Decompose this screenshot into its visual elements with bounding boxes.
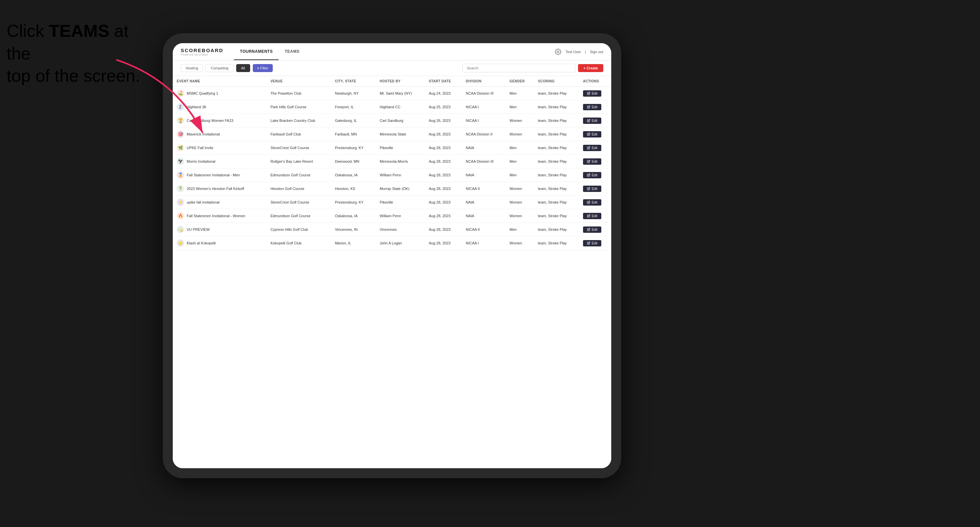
cell-venue: Kokopelli Golf Club: [266, 237, 331, 250]
team-logo: 🎯: [177, 130, 184, 138]
cell-actions: Edit: [579, 100, 611, 114]
edit-button[interactable]: Edit: [583, 227, 601, 233]
cell-gender: Men: [506, 87, 534, 100]
event-name-text: MSMC Qualifying 1: [187, 91, 218, 95]
col-scoring: SCORING: [534, 76, 579, 87]
gear-icon[interactable]: [555, 49, 562, 55]
cell-start-date: Aug 28, 2023: [425, 155, 462, 168]
cell-event-name: 🏌 Highland 36: [173, 100, 266, 114]
edit-button[interactable]: Edit: [583, 90, 601, 97]
table-container: EVENT NAME VENUE CITY, STATE HOSTED BY S…: [173, 76, 611, 468]
edit-icon: [587, 132, 590, 136]
cell-start-date: Aug 28, 2023: [425, 141, 462, 155]
hosting-button[interactable]: Hosting: [181, 64, 203, 72]
cell-city: Deerwood, MN: [331, 155, 376, 168]
sign-out-link[interactable]: Sign out: [590, 50, 603, 54]
cell-start-date: Aug 28, 2023: [425, 223, 462, 237]
col-venue: VENUE: [266, 76, 331, 87]
cell-event-name: ⚡ upike fall invitational: [173, 195, 266, 209]
cell-event-name: 🌿 UPKE Fall Invite: [173, 141, 266, 155]
edit-button[interactable]: Edit: [583, 131, 601, 138]
cell-gender: Women: [506, 237, 534, 250]
all-button[interactable]: All: [236, 64, 250, 72]
col-start-date: START DATE: [425, 76, 462, 87]
edit-button[interactable]: Edit: [583, 104, 601, 110]
col-hosted-by: HOSTED BY: [376, 76, 425, 87]
team-logo: ⛳: [177, 90, 184, 97]
event-name-text: Maverick Invitational: [187, 132, 220, 136]
cell-hosted-by: Minnesota-Morris: [376, 155, 425, 168]
edit-icon: [587, 92, 590, 95]
cell-division: NCAA Division III: [462, 155, 506, 168]
tab-teams[interactable]: TEAMS: [279, 43, 305, 60]
create-button[interactable]: + Create: [578, 64, 603, 72]
cell-gender: Men: [506, 155, 534, 168]
cell-scoring: team, Stroke Play: [534, 155, 579, 168]
cell-scoring: team, Stroke Play: [534, 141, 579, 155]
cell-venue: Cypress Hills Golf Club: [266, 223, 331, 237]
svg-point-1: [557, 51, 559, 52]
cell-event-name: 💫 VU PREVIEW: [173, 223, 266, 237]
edit-icon: [587, 119, 590, 122]
logo-area: SCOREBOARD Powered by clippit: [181, 48, 223, 56]
cell-actions: Edit: [579, 155, 611, 168]
team-logo: 🌿: [177, 144, 184, 151]
edit-button[interactable]: Edit: [583, 172, 601, 178]
edit-icon: [587, 241, 590, 245]
cell-scoring: team, Stroke Play: [534, 209, 579, 223]
edit-button[interactable]: Edit: [583, 186, 601, 192]
team-logo: 🏆: [177, 117, 184, 124]
table-row: 🦅 Morris Invitational Ruttger's Bay Lake…: [173, 155, 611, 168]
team-logo: 🔥: [177, 212, 184, 219]
cell-event-name: 🎖 2023 Women's Hesston Fall Kickoff: [173, 182, 266, 195]
competing-button[interactable]: Competing: [206, 64, 233, 72]
edit-button[interactable]: Edit: [583, 117, 601, 124]
col-division: DIVISION: [462, 76, 506, 87]
cell-start-date: Aug 24, 2023: [425, 87, 462, 100]
event-name-text: Carl Sandburg Women FA23: [187, 119, 233, 122]
cell-division: NICAA I: [462, 114, 506, 127]
table-row: 🏆 Carl Sandburg Women FA23 Lake Bracken …: [173, 114, 611, 127]
table-row: 💫 VU PREVIEW Cypress Hills Golf Club Vin…: [173, 223, 611, 237]
cell-hosted-by: Carl Sandburg: [376, 114, 425, 127]
cell-actions: Edit: [579, 168, 611, 182]
team-logo: 🎖: [177, 185, 184, 192]
edit-button[interactable]: Edit: [583, 199, 601, 206]
search-box: [463, 64, 575, 72]
cell-gender: Men: [506, 141, 534, 155]
cell-hosted-by: Minnesota State: [376, 127, 425, 141]
event-name-text: upike fall invitational: [187, 200, 219, 204]
cell-scoring: team, Stroke Play: [534, 223, 579, 237]
cell-gender: Women: [506, 114, 534, 127]
edit-button[interactable]: Edit: [583, 159, 601, 165]
edit-button[interactable]: Edit: [583, 240, 601, 246]
table-body: ⛳ MSMC Qualifying 1 The Powelton Club Ne…: [173, 87, 611, 250]
edit-button[interactable]: Edit: [583, 213, 601, 219]
team-logo: ⚡: [177, 198, 184, 206]
edit-icon: [587, 160, 590, 163]
search-input[interactable]: [463, 64, 575, 72]
col-event-name: EVENT NAME: [173, 76, 266, 87]
cell-scoring: team, Stroke Play: [534, 100, 579, 114]
cell-event-name: 🏅 Fall Statesmen Invitational - Men: [173, 168, 266, 182]
cell-city: Marion, IL: [331, 237, 376, 250]
cell-city: Faribault, MN: [331, 127, 376, 141]
filter-button[interactable]: ≡ Filter: [253, 64, 273, 72]
edit-icon: [587, 214, 590, 217]
cell-actions: Edit: [579, 195, 611, 209]
tab-tournaments[interactable]: TOURNAMENTS: [234, 43, 279, 60]
cell-city: Oskaloosa, IA: [331, 168, 376, 182]
cell-gender: Women: [506, 182, 534, 195]
cell-hosted-by: Murray State (OK): [376, 182, 425, 195]
table-row: 🔥 Fall Statesmen Invitational - Women Ed…: [173, 209, 611, 223]
instruction-line: Click TEAMS at thetop of the screen.: [6, 21, 140, 85]
table-row: ⚡ upike fall invitational StoneCrest Gol…: [173, 195, 611, 209]
cell-start-date: Aug 28, 2023: [425, 168, 462, 182]
col-actions: ACTIONS: [579, 76, 611, 87]
cell-city: Vincennes, IN: [331, 223, 376, 237]
cell-actions: Edit: [579, 182, 611, 195]
cell-venue: Park Hills Golf Course: [266, 100, 331, 114]
cell-division: NICAA II: [462, 182, 506, 195]
edit-button[interactable]: Edit: [583, 145, 601, 151]
cell-scoring: team, Stroke Play: [534, 237, 579, 250]
